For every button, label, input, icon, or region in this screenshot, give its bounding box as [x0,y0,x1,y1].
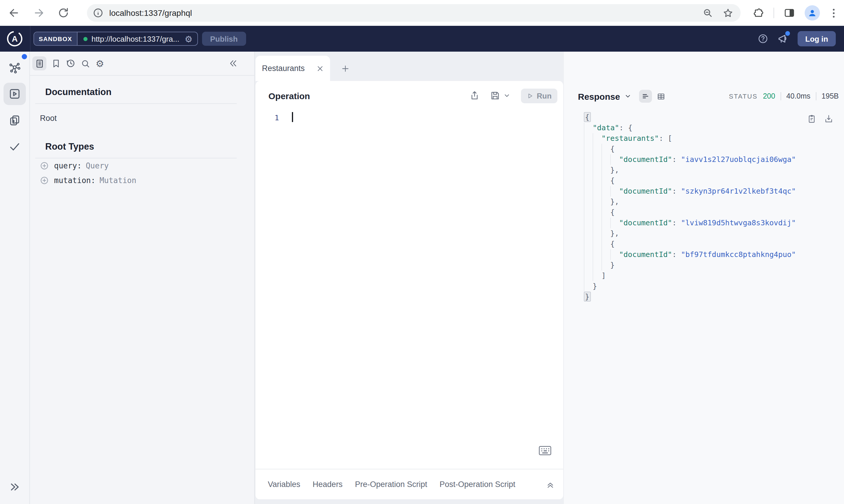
operation-column: Restaurants Operation [255,52,564,504]
response-time: 40.0ms [787,92,811,100]
checks-icon[interactable] [8,140,21,153]
help-icon[interactable] [758,33,768,44]
announcements-icon[interactable] [777,33,789,44]
play-icon [527,92,533,99]
toolbar-divider [774,7,774,18]
forward-icon[interactable] [33,7,45,19]
response-menu-chevron-icon[interactable] [624,93,631,100]
profile-avatar[interactable] [805,5,820,20]
bookmark-star-icon[interactable] [722,7,734,18]
notification-dot [785,31,790,36]
type-link[interactable]: Mutation [100,176,136,185]
operation-footer: Variables Headers Pre-Operation Script P… [256,469,563,499]
json-line: } [584,281,844,292]
save-menu-chevron-icon[interactable] [503,92,511,99]
publish-button[interactable]: Publish [202,32,246,46]
json-line: "data": { [584,123,844,133]
json-line: { [584,239,844,249]
divider [780,92,781,100]
docs-title: Documentation [45,87,237,97]
json-line: "documentId": "szkyn3pr64r1v2lkebf3t4qc" [584,186,844,197]
divider [816,92,816,100]
url-text[interactable]: localhost:1337/graphql [109,8,703,18]
extensions-icon[interactable] [752,7,764,19]
raw-view-toggle[interactable] [639,90,652,103]
left-nav-strip [0,52,30,504]
settings-gear-icon[interactable]: ⚙ [93,56,107,70]
add-field-icon[interactable] [40,161,49,170]
documentation-panel: ⚙ Documentation Root Root Types query: Q… [30,52,255,504]
text-cursor [292,112,293,122]
run-button[interactable]: Run [521,88,557,103]
documentation-icon [34,58,44,68]
docs-toolbar: ⚙ [30,52,254,76]
json-line: { [584,112,844,123]
response-size: 195B [822,92,839,100]
type-link[interactable]: Query [86,161,109,170]
save-icon[interactable] [490,90,500,101]
collapse-panel-icon[interactable] [228,58,239,69]
header-separator [30,26,31,52]
docs-root-link[interactable]: Root [40,114,254,123]
json-line: "documentId": "lviw819d5htwvga8s3kovdij" [584,218,844,228]
sandbox-badge: SANDBOX [34,32,77,45]
json-line: { [584,176,844,186]
json-line: }, [584,228,844,239]
back-icon[interactable] [8,7,20,19]
status-label: STATUS [729,93,758,100]
json-line: { [584,207,844,218]
search-icon[interactable] [78,56,92,70]
json-line: { [584,144,844,154]
connection-status-dot [83,37,87,41]
endpoint-settings-icon[interactable]: ⚙ [185,34,193,43]
side-panel-icon[interactable] [783,7,795,19]
tab-headers[interactable]: Headers [313,480,343,489]
changelog-icon[interactable] [8,114,21,127]
expand-footer-icon[interactable] [546,480,555,489]
tab-restaurants[interactable]: Restaurants [256,56,330,81]
schema-notification-dot [22,54,27,59]
tab-post-operation-script[interactable]: Post-Operation Script [440,480,515,489]
explorer-icon[interactable] [8,87,21,100]
close-tab-icon[interactable] [316,64,324,72]
operation-title: Operation [269,91,310,101]
endpoint-input[interactable]: http://localhost:1337/gra... [91,34,179,43]
history-icon[interactable] [64,56,77,70]
endpoint-group: SANDBOX http://localhost:1337/gra... ⚙ [33,32,198,46]
new-tab-icon[interactable] [341,64,350,73]
root-type-mutation-row[interactable]: mutation: Mutation [40,173,254,188]
json-line: }, [584,197,844,207]
response-title: Response [578,91,620,101]
address-bar[interactable]: localhost:1337/graphql [87,4,741,22]
tab-variables[interactable]: Variables [268,480,300,489]
line-number: 1 [256,113,279,122]
reload-icon[interactable] [57,7,69,19]
json-line: "documentId": "bf97tfdumkcc8ptahkng4puo" [584,249,844,260]
zoom-out-icon[interactable] [703,7,713,18]
response-json[interactable]: {"data": {"restaurants": [{"documentId":… [584,112,844,302]
apollo-logo-icon[interactable]: A [6,31,23,47]
sandbox-header: A SANDBOX http://localhost:1337/gra... ⚙… [0,26,844,52]
json-line: }, [584,165,844,176]
response-header: Response STATUS 200 40.0ms 195B [578,87,839,106]
keyboard-shortcuts-icon[interactable] [538,445,552,456]
root-type-query-row[interactable]: query: Query [40,158,254,173]
table-view-toggle[interactable] [655,90,668,103]
schema-graph-icon[interactable] [8,61,21,74]
login-button[interactable]: Log in [797,31,836,46]
status-code-badge: 200 [763,92,775,100]
add-field-icon[interactable] [40,176,49,185]
tab-pre-operation-script[interactable]: Pre-Operation Script [355,480,427,489]
lines-view-icon [641,92,649,100]
browser-menu-icon[interactable] [829,8,838,17]
share-icon[interactable] [469,90,480,101]
response-panel: Response STATUS 200 40.0ms 195B [564,52,844,504]
site-info-icon[interactable] [93,7,103,18]
expand-strip-icon[interactable] [8,481,21,493]
documentation-tab-chip[interactable] [32,56,47,70]
app-window: localhost:1337/graphql A SANDBOX http:/ [0,0,844,504]
divider [35,103,237,104]
saved-operations-icon[interactable] [49,56,63,70]
root-types-title: Root Types [45,141,237,152]
tab-bar: Restaurants [255,52,564,81]
